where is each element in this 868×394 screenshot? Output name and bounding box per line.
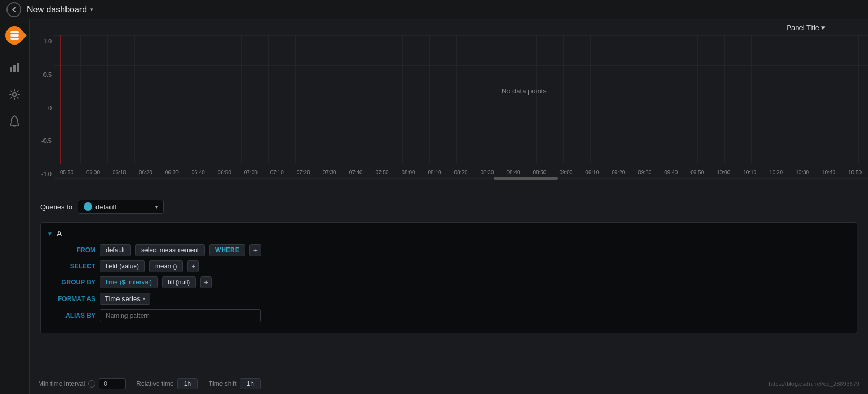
panel-title-text: Panel Title (786, 24, 819, 32)
x-label-14: 08:10 (422, 170, 448, 176)
query-row-formatas: FORMAT AS Time series ▾ (47, 293, 850, 305)
x-label-21: 09:20 (605, 170, 631, 176)
chart-scrollbar-thumb[interactable] (494, 177, 558, 180)
from-db[interactable]: default (100, 244, 131, 256)
x-label-27: 10:20 (763, 170, 789, 176)
svg-rect-0 (10, 67, 12, 72)
dashboard-title-chevron: ▾ (90, 6, 93, 13)
url-credit: https://blog.csdn.net/qq_28893679 (769, 381, 859, 387)
select-field[interactable]: field (value) (100, 260, 145, 272)
datasource-selector[interactable]: default ▾ (78, 200, 164, 214)
select-label: SELECT (47, 262, 95, 270)
back-button[interactable] (6, 2, 21, 17)
sidebar-item-visualization[interactable] (4, 57, 25, 78)
x-label-13: 08:00 (395, 170, 422, 176)
x-label-6: 06:50 (211, 170, 238, 176)
top-bar: New dashboard ▾ (0, 0, 868, 19)
x-label-30: 10:50 (842, 170, 868, 176)
chart-panel: Panel Title ▾ 1.0 0.5 0 -0.5 -1.0 (30, 19, 868, 191)
x-label-15: 08:20 (448, 170, 474, 176)
y-label-2: 0.5 (30, 71, 52, 78)
x-label-23: 09:40 (658, 170, 684, 176)
alias-input[interactable] (100, 309, 261, 322)
db-cyl-1 (10, 31, 19, 33)
content-area: Panel Title ▾ 1.0 0.5 0 -0.5 -1.0 (30, 19, 868, 394)
select-fn[interactable]: mean () (149, 260, 183, 272)
chart-grid: No data points (54, 35, 868, 164)
min-time-interval-field: Min time interval i (38, 378, 126, 389)
x-label-2: 06:10 (106, 170, 133, 176)
sidebar-item-settings[interactable] (4, 84, 25, 105)
x-label-22: 09:30 (631, 170, 658, 176)
alias-label: ALIAS BY (47, 312, 95, 319)
main-layout: Panel Title ▾ 1.0 0.5 0 -0.5 -1.0 (0, 19, 868, 394)
min-time-interval-input[interactable] (99, 378, 126, 389)
x-label-12: 07:50 (369, 170, 395, 176)
query-row-from: FROM default select measurement WHERE + (47, 244, 850, 256)
dashboard-title-text: New dashboard (27, 5, 87, 14)
from-measurement[interactable]: select measurement (135, 244, 205, 256)
datasource-name: default (95, 203, 116, 211)
x-label-17: 08:40 (500, 170, 526, 176)
sidebar (0, 19, 30, 394)
query-letter-a: A (57, 229, 62, 238)
groupby-add-button[interactable]: + (200, 276, 212, 288)
panel-title-bar[interactable]: Panel Title ▾ (786, 24, 825, 32)
queries-header: Queries to default ▾ (40, 200, 857, 214)
x-label-25: 10:00 (710, 170, 737, 176)
svg-rect-2 (17, 63, 19, 72)
x-label-20: 09:10 (579, 170, 605, 176)
format-as-dropdown[interactable]: Time series ▾ (100, 293, 150, 305)
svg-rect-1 (13, 65, 16, 72)
select-add-button[interactable]: + (187, 260, 199, 272)
from-add-button[interactable]: + (249, 244, 261, 256)
x-label-9: 07:20 (290, 170, 317, 176)
x-label-16: 08:30 (474, 170, 501, 176)
dashboard-title[interactable]: New dashboard ▾ (27, 5, 93, 14)
query-block-a: ▼ A FROM default select measurement WHER… (40, 222, 857, 333)
time-shift-label: Time shift (209, 380, 237, 388)
y-axis: 1.0 0.5 0 -0.5 -1.0 (30, 35, 54, 180)
no-data-text: No data points (502, 87, 547, 95)
time-shift-field: Time shift 1h (209, 378, 261, 389)
x-label-4: 06:30 (159, 170, 185, 176)
query-editor: Queries to default ▾ ▼ A FROM default se… (30, 191, 868, 373)
x-label-28: 10:30 (789, 170, 815, 176)
groupby-fill[interactable]: fill (null) (162, 276, 196, 288)
queries-to-label: Queries to (40, 203, 72, 211)
datasource-chevron: ▾ (155, 204, 158, 210)
x-label-5: 06:40 (185, 170, 211, 176)
svg-rect-7 (54, 35, 868, 164)
sidebar-item-alerts[interactable] (4, 111, 25, 132)
y-label-1: 1.0 (30, 38, 52, 45)
groupby-label: GROUP BY (47, 279, 95, 286)
x-label-24: 09:50 (684, 170, 710, 176)
from-label: FROM (47, 246, 95, 254)
min-time-interval-info-icon[interactable]: i (88, 380, 95, 388)
panel-title-chevron: ▾ (821, 24, 825, 32)
query-row-groupby: GROUP BY time ($_interval) fill (null) + (47, 276, 850, 288)
x-label-3: 06:20 (133, 170, 159, 176)
groupby-time[interactable]: time ($_interval) (100, 276, 158, 288)
time-shift-value: 1h (240, 378, 261, 389)
sidebar-item-database[interactable] (4, 25, 25, 46)
relative-time-label: Relative time (136, 380, 173, 388)
query-toggle-a[interactable]: ▼ (47, 231, 53, 237)
grid-svg (54, 35, 868, 164)
x-label-8: 07:10 (264, 170, 290, 176)
chart-container: 1.0 0.5 0 -0.5 -1.0 (30, 35, 868, 180)
db-icon (5, 26, 24, 45)
min-time-interval-label: Min time interval (38, 380, 85, 388)
bottom-bar: Min time interval i Relative time 1h Tim… (30, 373, 868, 394)
x-axis: 05:50 06:00 06:10 06:20 06:30 06:40 06:5… (54, 170, 868, 176)
chart-scrollbar-track[interactable] (54, 177, 868, 180)
x-label-11: 07:40 (343, 170, 369, 176)
x-label-29: 10:40 (815, 170, 842, 176)
query-header-a: ▼ A (47, 229, 850, 238)
x-label-19: 09:00 (553, 170, 579, 176)
where-pill[interactable]: WHERE (209, 244, 245, 256)
x-label-18: 08:50 (526, 170, 553, 176)
relative-time-field: Relative time 1h (136, 378, 198, 389)
x-label-0: 05:50 (54, 170, 80, 176)
db-cyl-2 (10, 34, 19, 37)
